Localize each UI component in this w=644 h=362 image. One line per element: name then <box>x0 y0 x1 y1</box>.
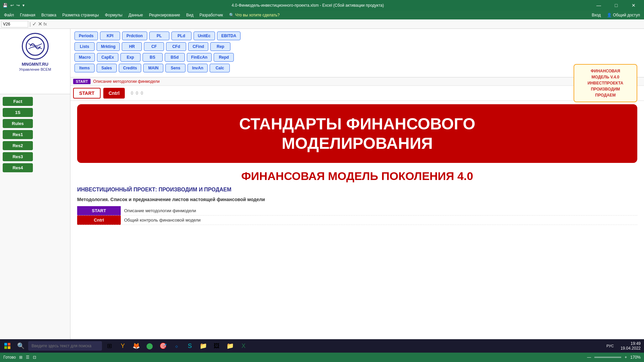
sheet-view-break-icon[interactable]: ⊡ <box>33 355 36 360</box>
zoom-plus-icon[interactable]: + <box>625 355 627 360</box>
nav-main[interactable]: MAIN <box>143 64 163 72</box>
menu-insert[interactable]: Вставка <box>39 12 59 18</box>
signin-link[interactable]: Вход <box>589 12 603 18</box>
pinned-app-2[interactable]: 📁 <box>197 340 209 352</box>
maximize-button[interactable]: □ <box>608 0 624 11</box>
nav-ebitda[interactable]: EBITDA <box>217 32 241 40</box>
menu-search[interactable]: 🔍 Что вы хотите сделать? <box>226 12 282 18</box>
browser-chrome-button[interactable]: ⬤ <box>144 340 156 352</box>
search-taskbar-button[interactable]: 🔍 <box>15 340 27 352</box>
pinned-app-4[interactable]: 📁 <box>224 340 236 352</box>
undo-icon[interactable]: ↩ <box>10 3 14 8</box>
start-menu-button[interactable] <box>1 340 13 352</box>
nav-cfd[interactable]: CFd <box>166 42 186 51</box>
sheet-view-layout-icon[interactable]: ☰ <box>26 355 30 360</box>
nav-bs[interactable]: BS <box>143 53 163 62</box>
banner-line2: МОДЕЛИРОВАНИЯ <box>84 134 631 153</box>
skype-button[interactable]: S <box>184 340 196 352</box>
excel-taskbar-button[interactable]: X <box>237 340 250 352</box>
banner-line1: СТАНДАРТЫ ФИНАНСОВОГО <box>84 114 631 134</box>
function-icon[interactable]: fx <box>44 21 47 26</box>
status-left: Готово ⊞ ☰ ⊡ <box>3 355 36 360</box>
formula-bar: | ✓ ✕ fx <box>0 19 644 29</box>
logo-icon <box>22 33 49 60</box>
close-button[interactable]: ✕ <box>626 0 641 11</box>
1s-button[interactable]: 1S <box>3 108 33 117</box>
nav-cf[interactable]: CF <box>144 42 164 51</box>
menu-home[interactable]: Главная <box>17 12 38 18</box>
res1-button[interactable]: Res1 <box>3 130 33 139</box>
task-view-button[interactable]: ⊞ <box>103 340 115 352</box>
start-action-button[interactable]: START <box>73 88 101 99</box>
browser-edge-button[interactable]: ⬦ <box>170 340 182 352</box>
menu-file[interactable]: Файл <box>1 12 17 18</box>
methodology-text: Методология. Список и предназначение лис… <box>77 197 637 202</box>
zoom-minus-icon[interactable]: — <box>587 355 591 360</box>
breadcrumb-start-label: START <box>73 79 91 84</box>
nav-calc[interactable]: Calc <box>210 64 230 72</box>
nav-macro[interactable]: Macro <box>74 53 95 62</box>
menu-developer[interactable]: Разработчик <box>197 12 226 18</box>
methodology-table: START Описание методологии финмодели Cnt… <box>77 206 637 225</box>
menu-review[interactable]: Рецензирование <box>146 12 183 18</box>
nav-unitec[interactable]: UnitEc <box>194 32 215 40</box>
menu-view[interactable]: Вид <box>183 12 196 18</box>
menu-formulas[interactable]: Формулы <box>102 12 125 18</box>
pinned-app-1[interactable]: 🎯 <box>157 340 169 352</box>
nav-cfind[interactable]: CFind <box>188 42 208 51</box>
browser-firefox-button[interactable]: 🦊 <box>130 340 142 352</box>
res4-button[interactable]: Res4 <box>3 163 33 172</box>
res3-button[interactable]: Res3 <box>3 152 33 161</box>
minimize-button[interactable]: — <box>591 0 606 11</box>
check-icon[interactable]: ✓ <box>32 21 37 27</box>
nav-hr[interactable]: HR <box>122 42 142 51</box>
infobox-line3: ИНВЕСТПРОЕКТА <box>578 80 633 86</box>
zoom-level: 170% <box>630 355 641 360</box>
nav-prdction[interactable]: Prdction <box>122 32 147 40</box>
main-display: СТАНДАРТЫ ФИНАНСОВОГО МОДЕЛИРОВАНИЯ ФИНА… <box>70 101 644 339</box>
menu-page-layout[interactable]: Разметка страницы <box>60 12 102 18</box>
title-bar: 💾 ↩ ↪ ▾ 4.0-Финмодель-инвестиционного-пр… <box>0 0 644 11</box>
cancel-icon[interactable]: ✕ <box>38 21 42 27</box>
content-area: Periods KPI Prdction PL PLd UnitEc EBITD… <box>70 29 644 339</box>
fact-button[interactable]: Fact <box>3 97 33 106</box>
nav-finecan[interactable]: FinEcAn <box>187 53 212 62</box>
redo-icon[interactable]: ↪ <box>16 3 20 8</box>
nav-sales[interactable]: Sales <box>97 64 117 72</box>
rules-button[interactable]: Rules <box>3 119 33 128</box>
nav-items[interactable]: Items <box>74 64 95 72</box>
status-bar: Готово ⊞ ☰ ⊡ — + 170% <box>0 353 644 362</box>
nav-pld[interactable]: PLd <box>171 32 192 40</box>
nav-pl[interactable]: PL <box>149 32 169 40</box>
pinned-app-3[interactable]: 🖼 <box>211 340 223 352</box>
numbers-0c: 0 <box>141 91 143 96</box>
res2-button[interactable]: Res2 <box>3 141 33 150</box>
action-buttons-row: START Cntrl 0 0 0 <box>70 86 644 101</box>
browser-yandex-button[interactable]: Y <box>117 340 129 352</box>
nav-credits[interactable]: Credits <box>119 64 141 72</box>
nav-kpi[interactable]: KPI <box>100 32 120 40</box>
nav-repd[interactable]: Repd <box>214 53 234 62</box>
zoom-slider[interactable] <box>594 357 621 358</box>
logo-area: MNGMNT.RU Управление ВСЕМ <box>0 29 70 94</box>
nav-invan[interactable]: InvAn <box>187 64 208 72</box>
nav-periods[interactable]: Periods <box>74 32 98 40</box>
nav-bsd[interactable]: BSd <box>165 53 185 62</box>
share-button[interactable]: 👤 Общий доступ <box>604 12 643 18</box>
nav-lists[interactable]: Lists <box>74 42 95 51</box>
nav-capex[interactable]: CapEx <box>97 53 118 62</box>
table-label-start: START <box>77 206 121 216</box>
menu-data[interactable]: Данные <box>126 12 146 18</box>
breadcrumb-description: Описание методологии финмодели <box>93 79 160 84</box>
formula-input[interactable] <box>48 21 643 27</box>
nav-sens[interactable]: Sens <box>165 64 185 72</box>
infobox-line4: ПРОИЗВОДИМ <box>578 86 633 92</box>
cell-reference-input[interactable] <box>1 21 28 27</box>
nav-mrkting[interactable]: Mrkting <box>97 42 120 51</box>
sheet-view-normal-icon[interactable]: ⊞ <box>19 355 22 360</box>
cntrl-action-button[interactable]: Cntrl <box>103 88 125 99</box>
nav-rep[interactable]: Rep <box>210 42 230 51</box>
nav-exp[interactable]: Exp <box>120 53 141 62</box>
taskbar: 🔍 ⊞ Y 🦊 ⬤ 🎯 ⬦ S 📁 🖼 📁 X 19:49 19.04.2022… <box>0 339 644 353</box>
taskbar-search-input[interactable] <box>28 341 102 351</box>
